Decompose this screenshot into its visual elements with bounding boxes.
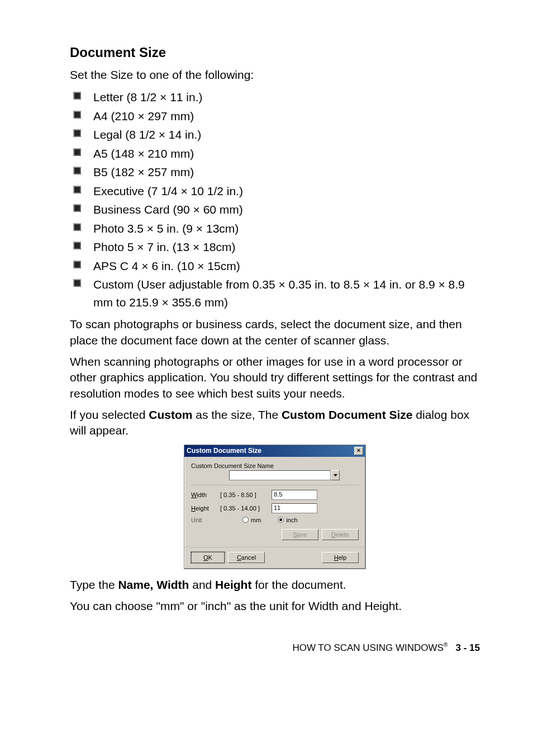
text: W: [191, 492, 197, 498]
text: as the size, The: [192, 408, 282, 421]
cancel-button[interactable]: Cancel: [228, 552, 265, 563]
radio-icon: [242, 517, 249, 523]
chevron-down-icon: [334, 474, 337, 476]
text-bold: Name, Width: [118, 578, 189, 591]
text: nch: [288, 517, 298, 523]
size-item: Letter (8 1/2 × 11 in.): [70, 88, 480, 106]
text: idth: [197, 492, 207, 498]
section-heading: Document Size: [70, 45, 480, 60]
size-item: Legal (8 1/2 × 14 in.): [70, 126, 480, 144]
help-button[interactable]: Help: [322, 552, 359, 563]
text: Custom Document Size Name: [191, 462, 274, 469]
close-icon[interactable]: ×: [354, 447, 363, 455]
divider: [191, 485, 359, 485]
text-bold: Height: [215, 578, 251, 591]
size-item: Executive (7 1/4 × 10 1/2 in.): [70, 182, 480, 200]
text: S: [293, 531, 297, 538]
paragraph-instruction: Type the Name, Width and Height for the …: [70, 577, 480, 593]
text: m: [251, 517, 256, 523]
page-number: 3 - 15: [456, 642, 480, 653]
text: D: [331, 531, 336, 538]
save-delete-row: Save Delete: [191, 529, 359, 540]
paragraph-settings: When scanning photographs or other image…: [70, 354, 480, 401]
text: H: [191, 505, 196, 512]
text: eight: [196, 505, 209, 512]
page: Document Size Set the Size to one of the…: [0, 0, 533, 687]
width-field[interactable]: 8.5: [272, 490, 317, 500]
dialog-titlebar: Custom Document Size ×: [184, 445, 365, 457]
unit-row: Unit mm inch: [191, 517, 359, 523]
text-bold: Custom Document Size: [282, 408, 413, 421]
document-size-list: Letter (8 1/2 × 11 in.) A4 (210 × 297 mm…: [70, 88, 480, 311]
intro-paragraph: Set the Size to one of the following:: [70, 67, 480, 83]
text: If you selected: [70, 408, 149, 421]
text: O: [203, 554, 208, 561]
dialog-body: Custom Document Size Name Width [ 0.35 -…: [184, 457, 365, 547]
size-item: A5 (148 × 210 mm): [70, 145, 480, 163]
size-item: B5 (182 × 257 mm): [70, 163, 480, 181]
text: ave: [297, 531, 307, 538]
paragraph-unit: You can choose "mm" or "inch" as the uni…: [70, 598, 480, 614]
dialog-footer: OK Cancel Help: [184, 547, 365, 569]
height-row: Height [ 0.35 - 14.00 ] 11: [191, 503, 359, 513]
dropdown-button[interactable]: [331, 470, 340, 480]
size-item: Business Card (90 × 60 mm): [70, 201, 480, 219]
name-combo[interactable]: [229, 470, 359, 480]
paragraph-scan-photos: To scan photographs or business cards, s…: [70, 316, 480, 348]
text-bold: Custom: [149, 408, 192, 421]
size-item: A4 (210 × 297 mm): [70, 107, 480, 125]
size-item: APS C 4 × 6 in. (10 × 15cm): [70, 257, 480, 275]
unit-inch-radio[interactable]: inch: [278, 517, 297, 523]
unit-mm-radio[interactable]: mm: [242, 517, 261, 523]
registered-mark: ®: [444, 642, 448, 648]
height-range: [ 0.35 - 14.00 ]: [220, 505, 272, 512]
paragraph-custom: If you selected Custom as the size, The …: [70, 407, 480, 439]
name-label: Custom Document Size Name: [191, 462, 359, 469]
text: m: [256, 517, 261, 523]
dialog-figure: Custom Document Size × Custom Document S…: [70, 445, 480, 569]
size-item: Photo 5 × 7 in. (13 × 18cm): [70, 238, 480, 256]
width-range: [ 0.35 - 8.50 ]: [220, 492, 272, 498]
custom-document-size-dialog: Custom Document Size × Custom Document S…: [184, 445, 366, 569]
dialog-title: Custom Document Size: [187, 447, 261, 455]
footer-text: HOW TO SCAN USING WINDOWS: [292, 642, 443, 653]
text: and: [189, 578, 215, 591]
radio-icon: [278, 517, 284, 523]
text: Type the: [70, 578, 118, 591]
unit-label: Unit: [191, 517, 220, 523]
text: elp: [339, 554, 347, 561]
text: for the document.: [251, 578, 346, 591]
text: elete: [336, 531, 349, 538]
name-input[interactable]: [229, 470, 331, 480]
text: K: [208, 554, 212, 561]
text: C: [237, 554, 241, 561]
width-label: Width: [191, 492, 220, 498]
page-footer: HOW TO SCAN USING WINDOWS® 3 - 15: [70, 642, 480, 654]
width-row: Width [ 0.35 - 8.50 ] 8.5: [191, 490, 359, 500]
ok-button[interactable]: OK: [191, 552, 225, 563]
delete-button[interactable]: Delete: [322, 529, 359, 540]
height-label: Height: [191, 505, 220, 512]
svg-marker-0: [334, 474, 337, 476]
size-item: Custom (User adjustable from 0.35 × 0.35…: [70, 276, 480, 311]
text: H: [334, 554, 339, 561]
size-item: Photo 3.5 × 5 in. (9 × 13cm): [70, 220, 480, 238]
text: ancel: [241, 554, 256, 561]
height-field[interactable]: 11: [272, 503, 317, 513]
save-button[interactable]: Save: [282, 529, 318, 540]
